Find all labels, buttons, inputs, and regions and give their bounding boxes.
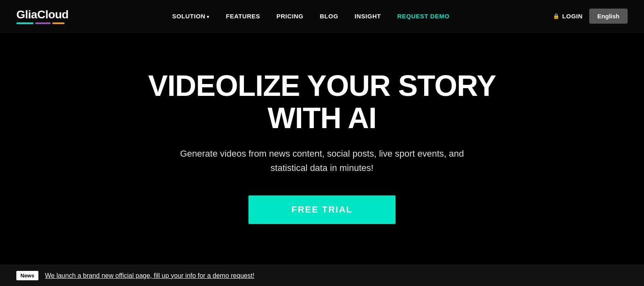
nav-item-pricing[interactable]: PRICING	[276, 13, 303, 20]
logo-bars	[16, 22, 69, 24]
hero-title-line2: WITH AI	[268, 102, 376, 134]
nav-right: 🔒 LOGIN English	[553, 9, 628, 24]
nav-link-solution[interactable]: SOLUTION	[172, 13, 210, 20]
news-badge: News	[16, 271, 38, 280]
free-trial-button[interactable]: FREE TRIAL	[248, 195, 396, 224]
nav-links: SOLUTION FEATURES PRICING BLOG INSIGHT R…	[172, 13, 449, 20]
bottom-bar: News We launch a brand new official page…	[0, 265, 644, 286]
nav-item-insight[interactable]: INSIGHT	[355, 13, 381, 20]
nav-link-features[interactable]: FEATURES	[226, 13, 260, 20]
nav-link-request-demo[interactable]: REQUEST DEMO	[397, 13, 449, 20]
nav-item-solution[interactable]: SOLUTION	[172, 13, 210, 20]
nav-item-blog[interactable]: BLOG	[320, 13, 338, 20]
nav-link-pricing[interactable]: PRICING	[276, 13, 303, 20]
hero-section: VIDEOLIZE YOUR STORY WITH AI Generate vi…	[0, 33, 644, 253]
brand-name: GliaCloud	[16, 8, 69, 21]
news-link[interactable]: We launch a brand new official page, fil…	[45, 272, 255, 279]
nav-item-features[interactable]: FEATURES	[226, 13, 260, 20]
logo-bar-purple	[35, 22, 51, 24]
login-label: LOGIN	[562, 13, 583, 20]
hero-subtitle: Generate videos from news content, socia…	[167, 146, 477, 175]
logo[interactable]: GliaCloud	[16, 8, 69, 24]
logo-bar-green	[16, 22, 34, 24]
login-button[interactable]: 🔒 LOGIN	[553, 13, 583, 20]
nav-link-blog[interactable]: BLOG	[320, 13, 338, 20]
lock-icon: 🔒	[553, 13, 560, 19]
hero-title-line1: VIDEOLIZE YOUR STORY	[148, 69, 496, 102]
nav-item-request-demo[interactable]: REQUEST DEMO	[397, 13, 449, 20]
nav-link-insight[interactable]: INSIGHT	[355, 13, 381, 20]
hero-title: VIDEOLIZE YOUR STORY WITH AI	[148, 70, 496, 134]
language-selector[interactable]: English	[589, 9, 628, 24]
navbar: GliaCloud SOLUTION FEATURES PRICING BLOG…	[0, 0, 644, 33]
logo-bar-orange	[52, 22, 65, 24]
